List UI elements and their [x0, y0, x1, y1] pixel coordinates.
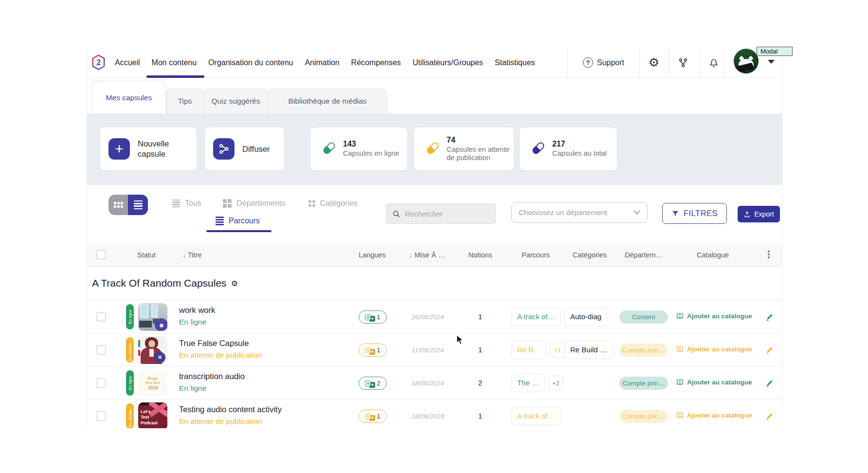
grid-icon [223, 199, 232, 208]
capsule-title[interactable]: work work [179, 306, 215, 315]
nav-item-mon-contenu[interactable]: Mon contenu [152, 58, 197, 67]
parcours-more-chip[interactable]: +2 [548, 376, 563, 391]
translate-icon: A [365, 414, 371, 419]
table-header: Statut ↓Titre Langues ↓Mise À … Notions … [87, 243, 782, 267]
edit-pencil-icon[interactable] [765, 346, 774, 356]
filter-tab-parcours[interactable]: Parcours [216, 215, 260, 227]
diffuse-button[interactable]: Diffuser [205, 127, 284, 170]
stats-band: + Nouvelle capsule Diffuser [87, 113, 782, 185]
table-row[interactable]: En ligne work work En ligne A ★ 1 26/08/… [87, 300, 782, 333]
support-button[interactable]: ? Support [583, 47, 624, 78]
dots-icon [308, 200, 315, 207]
languages-badge[interactable]: A ★ 1 [359, 310, 387, 324]
table-row[interactable]: En attente… ✕ True False Capsule En atte… [87, 333, 782, 366]
parcours-chip[interactable]: Re B… [511, 341, 546, 359]
col-categories[interactable]: Catégories [571, 251, 608, 259]
filters-button[interactable]: FILTRES [662, 203, 727, 224]
nav-item-statistiques[interactable]: Statistiques [495, 58, 535, 67]
nav-item-organisation[interactable]: Organisation du contenu [208, 58, 293, 67]
filter-tab-departements[interactable]: Départements [223, 197, 286, 210]
user-avatar[interactable] [734, 49, 759, 73]
versions-branch-icon[interactable] [673, 47, 693, 78]
brand-logo-icon[interactable]: 2 [91, 54, 106, 73]
parcours-chips: Re B…+1 [511, 341, 565, 359]
nav-item-accueil[interactable]: Accueil [115, 58, 140, 67]
table-row[interactable]: En attente… Let'sTestPodcast Testing aud… [87, 400, 782, 428]
add-to-catalogue-link[interactable]: Ajouter au catalogue [676, 378, 752, 386]
row-checkbox[interactable] [96, 378, 106, 388]
col-statut[interactable]: Statut [136, 251, 157, 259]
new-capsule-button[interactable]: + Nouvelle capsule [100, 127, 197, 170]
languages-badge[interactable]: A ★ 1 [359, 344, 387, 357]
profile-caret-icon[interactable] [768, 60, 775, 64]
row-checkbox[interactable] [96, 312, 106, 322]
stat-card-online: 143 Capsules en ligne [310, 127, 407, 170]
select-all-checkbox[interactable] [96, 250, 106, 259]
languages-badge[interactable]: A ★ 1 [359, 410, 387, 423]
capsule-thumbnail[interactable]: ✕ [138, 336, 167, 364]
book-icon [676, 378, 684, 386]
row-checkbox[interactable] [96, 411, 106, 421]
col-notions[interactable]: Notions [466, 251, 495, 259]
stat-card-total: 217 Capsules au total [520, 127, 617, 170]
add-to-catalogue-link[interactable]: Ajouter au catalogue [676, 345, 752, 353]
parcours-chip[interactable]: A track of… [511, 308, 561, 326]
capsule-thumbnail[interactable]: HappyNew Year2024 [138, 369, 167, 397]
parcours-chip[interactable]: The … [511, 374, 545, 392]
search-input[interactable]: Rechercher [386, 203, 496, 224]
table-body: En ligne work work En ligne A ★ 1 26/08/… [87, 300, 782, 428]
parcours-chip[interactable]: A track of… [511, 407, 561, 425]
languages-badge[interactable]: A ★ 2 [359, 377, 387, 390]
chevron-down-icon [633, 210, 640, 215]
settings-gear-icon[interactable]: ⚙ [644, 47, 664, 78]
col-departement[interactable]: Départem… [623, 251, 664, 259]
col-catalogue[interactable]: Catalogue [695, 251, 730, 259]
list-view-icon[interactable] [128, 195, 148, 215]
capsule-title[interactable]: transcription audio [179, 372, 245, 381]
modal-badge: Modal [757, 47, 793, 56]
category-chip[interactable]: Re Build … [564, 341, 613, 359]
parcours-chips: The …+2 [511, 374, 563, 392]
add-to-catalogue-link[interactable]: Ajouter au catalogue [676, 312, 752, 320]
filter-tab-tous[interactable]: Tous [172, 197, 201, 210]
col-titre[interactable]: ↓Titre [182, 251, 201, 259]
tab-quiz-suggeres[interactable]: Quiz suggérés [204, 89, 268, 113]
notifications-bell-icon[interactable] [704, 47, 723, 78]
tab-tips[interactable]: Tips [166, 89, 204, 113]
grid-view-icon[interactable] [108, 195, 128, 215]
capsule-title[interactable]: True False Capsule [179, 339, 249, 348]
col-mise-a-jour[interactable]: ↓Mise À … [409, 251, 445, 259]
group-row: A Track Of Random Capsules ⚙ [87, 267, 782, 300]
edit-pencil-icon[interactable] [765, 313, 774, 323]
department-select[interactable]: Choisissez un département [511, 202, 648, 223]
export-button[interactable]: Export [738, 206, 780, 222]
tab-bibliotheque[interactable]: Bibliothèque de médias [268, 89, 387, 113]
table-row[interactable]: En ligne HappyNew Year2024 transcription… [87, 366, 782, 400]
edit-pencil-icon[interactable] [765, 412, 774, 422]
category-chip[interactable]: Auto-diag [564, 308, 607, 326]
nav-item-utilisateurs[interactable]: Utilisateurs/Groupes [413, 58, 483, 67]
capsule-pill-icon [530, 140, 546, 158]
status-ribbon: En ligne [126, 304, 134, 329]
notions-count: 1 [466, 412, 495, 420]
row-checkbox[interactable] [96, 345, 106, 355]
status-ribbon: En attente… [126, 337, 134, 363]
column-options-kebab-icon[interactable] [768, 251, 770, 258]
add-to-catalogue-link[interactable]: Ajouter au catalogue [676, 411, 752, 419]
parcours-more-chip[interactable]: +1 [550, 343, 565, 358]
stat-card-pending: 74 Capsules en attente de publication [414, 127, 514, 170]
col-parcours[interactable]: Parcours [520, 251, 551, 259]
nav-item-animation[interactable]: Animation [305, 58, 339, 67]
divider [639, 47, 640, 78]
capsule-title[interactable]: Testing audio content activity [179, 405, 282, 414]
capsule-thumbnail[interactable]: Let'sTestPodcast [138, 402, 167, 428]
nav-item-recompenses[interactable]: Récompenses [351, 58, 401, 67]
capsule-thumbnail[interactable] [138, 303, 167, 331]
group-settings-gear-icon[interactable]: ⚙ [231, 279, 238, 288]
tab-mes-capsules[interactable]: Mes capsules [92, 81, 166, 113]
col-langues[interactable]: Langues [357, 251, 387, 259]
divider [567, 47, 568, 78]
edit-pencil-icon[interactable] [765, 379, 774, 389]
filter-tab-categories[interactable]: Catégories [308, 197, 358, 210]
view-toggle[interactable] [108, 195, 148, 215]
